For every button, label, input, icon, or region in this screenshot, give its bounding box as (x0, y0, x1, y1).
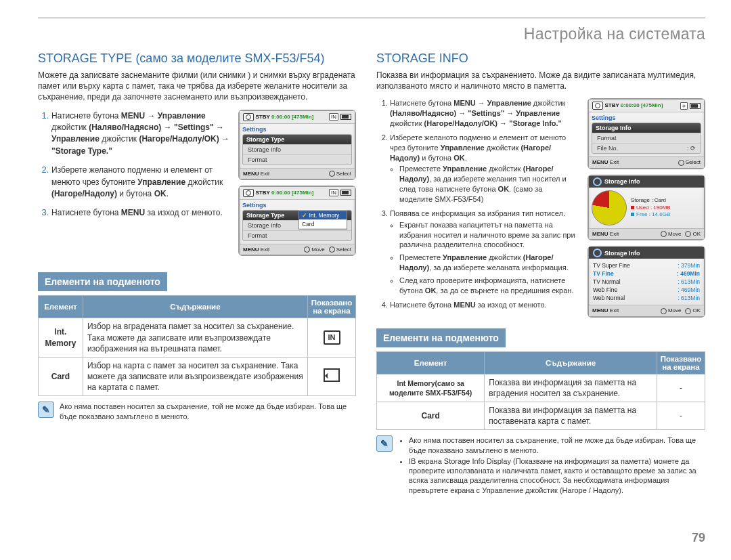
submenu-title-left: Елементи на подменюто (38, 272, 167, 291)
intro-left: Можете да записвате заснеманите филми (и… (38, 70, 356, 103)
device-screen-storage-info-menu: STBY 0:00:00 [475Min] ⎆ Settings Storage… (588, 98, 705, 169)
menu-item: Format (243, 154, 351, 165)
note-icon: ✎ (38, 402, 54, 418)
submenu-title-right: Елементи на подменюто (376, 328, 506, 347)
in-chip: IN (329, 113, 338, 121)
card-icon (324, 368, 340, 382)
device-screen-storage-type-popup: STBY 0:00:00 [475Min] IN Settings Storag… (238, 186, 356, 256)
steps-right: Натиснете бутона MENU → Управление джойс… (376, 98, 575, 309)
submenu-table-right: Елемент Съдържание Показвано на екрана I… (376, 351, 705, 431)
note-left: Ако няма поставен носител за съхранение,… (60, 402, 356, 421)
section-title-right: STORAGE INFO (376, 51, 705, 66)
camera-icon (243, 189, 254, 197)
card-chip: ⎆ (680, 102, 688, 110)
battery-icon (340, 114, 351, 120)
menu-header: Storage Type (246, 136, 284, 143)
page-number: 79 (692, 531, 705, 545)
pie-chart (592, 190, 627, 225)
intro-right: Показва ви информация за съхранението. М… (376, 70, 705, 91)
device-screen-storage-info-list: Storage Info TV Super Fine: 379MinTV Fin… (588, 246, 705, 317)
device-screen-storage-type: STBY 0:00:00 [475Min] IN Settings Storag… (238, 110, 356, 180)
note-icon: ✎ (376, 435, 393, 452)
note-right: Ако няма поставен носител за съхранение,… (398, 435, 705, 496)
storage-type-options: Int. Memory Card (298, 211, 347, 230)
submenu-table-left: Елемент Съдържание Показвано на екрана I… (38, 295, 356, 396)
in-icon: IN (324, 330, 340, 345)
menu-item: Storage Info (243, 144, 351, 154)
pie-legend: Storage : Card Used : 190MB Free : 14.6G… (631, 197, 671, 218)
device-screen-storage-info-pie: Storage Info Storage : Card Used : 190MB… (588, 175, 705, 240)
section-title-left: STORAGE TYPE (само за моделите SMX-F53/F… (38, 51, 356, 66)
chapter-title: Настройка на системата (38, 25, 705, 43)
settings-label: Settings (242, 126, 352, 133)
camera-icon (243, 113, 254, 121)
